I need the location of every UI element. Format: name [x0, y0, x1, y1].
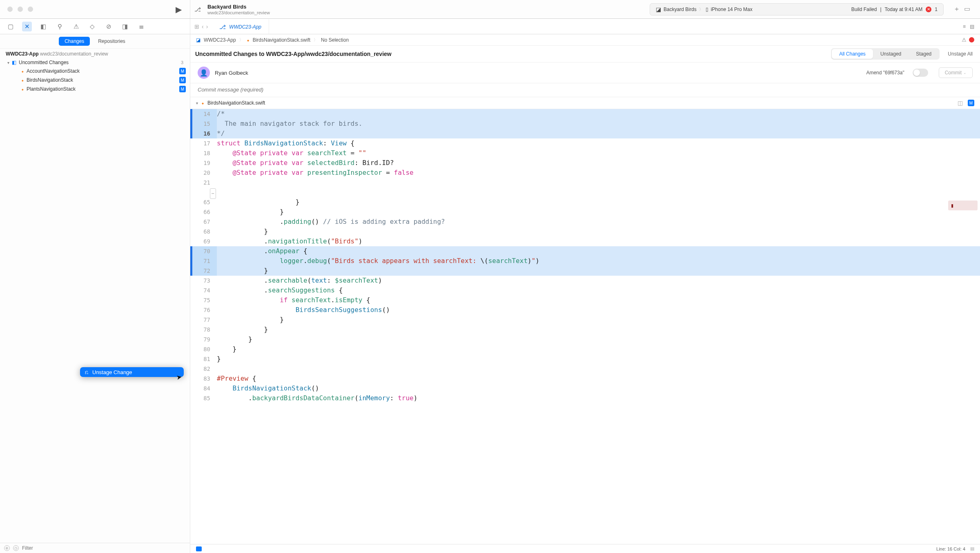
- code-line[interactable]: 77 }: [190, 315, 980, 325]
- editor-tab[interactable]: ⎇ WWDC23-App: [212, 19, 269, 34]
- related-items-icon[interactable]: ⊞: [194, 23, 199, 30]
- find-nav-icon[interactable]: ⚲: [55, 23, 65, 30]
- filter-input[interactable]: [22, 545, 186, 551]
- file-name: BirdsNavigationStack.swift: [207, 100, 265, 106]
- code-line[interactable]: 17struct BirdsNavigationStack: View {: [190, 138, 980, 148]
- code-line[interactable]: 65 }: [190, 197, 980, 207]
- chevron-right-icon: 〉: [699, 7, 703, 12]
- code-line[interactable]: 83#Preview {: [190, 374, 980, 384]
- jumpbar-item-1[interactable]: BirdsNavigationStack.swift: [253, 37, 310, 43]
- warning-icon[interactable]: ⚠: [962, 37, 967, 43]
- activity-view[interactable]: ◪ Backyard Birds 〉 ▯ iPhone 14 Pro Max B…: [650, 3, 944, 16]
- tests-nav-icon[interactable]: ◇: [87, 23, 97, 30]
- outline-icon[interactable]: ▤: [970, 546, 974, 551]
- code-line[interactable]: ⋯: [190, 187, 980, 197]
- changes-filter-segment[interactable]: All Changes Unstaged Staged: [831, 48, 940, 60]
- line-col: Line: 16 Col: 4: [936, 546, 965, 551]
- issues-nav-icon[interactable]: ⚠: [71, 23, 81, 30]
- context-menu[interactable]: ⎌ Unstage Change: [80, 367, 184, 377]
- code-line[interactable]: 70 .onAppear {: [190, 246, 980, 256]
- code-line[interactable]: 72 }: [190, 266, 980, 276]
- code-line[interactable]: 75 if searchText.isEmpty {: [190, 295, 980, 305]
- error-icon[interactable]: [969, 37, 974, 42]
- code-line[interactable]: 80 }: [190, 344, 980, 354]
- bookmark-ribbon[interactable]: ▮: [948, 201, 978, 210]
- code-line[interactable]: 71 logger.debug("Birds stack appears wit…: [190, 256, 980, 266]
- scheme-name[interactable]: Backyard Birds: [664, 7, 697, 12]
- code-line[interactable]: 78 }: [190, 325, 980, 334]
- zoom-window-icon[interactable]: [28, 7, 33, 12]
- code-line[interactable]: 79 }: [190, 334, 980, 344]
- segment-unstaged[interactable]: Unstaged: [873, 49, 909, 59]
- amend-toggle[interactable]: [913, 69, 928, 77]
- commit-message-input[interactable]: [198, 87, 973, 93]
- fold-icon[interactable]: ⋯: [210, 188, 216, 199]
- modified-badge: M: [968, 100, 974, 106]
- segment-staged[interactable]: Staged: [909, 49, 939, 59]
- error-count-badge[interactable]: ✕: [926, 7, 931, 12]
- code-line[interactable]: 76 BirdsSearchSuggestions(): [190, 305, 980, 315]
- breakpoint-nav-icon[interactable]: ◨: [120, 23, 130, 30]
- add-button[interactable]: ＋: [953, 5, 960, 13]
- tab-label: WWDC23-App: [229, 24, 261, 30]
- go-forward-icon[interactable]: ›: [206, 23, 208, 30]
- sidebar-project-name: WWDC23-App: [6, 51, 39, 57]
- code-line[interactable]: 81}: [190, 354, 980, 364]
- bookmark-nav-icon[interactable]: ◧: [38, 23, 48, 30]
- adjust-editor-icon[interactable]: ▤: [970, 24, 974, 29]
- folder-nav-icon[interactable]: ▢: [6, 23, 16, 30]
- disclosure-icon[interactable]: ▾: [7, 60, 9, 65]
- code-line[interactable]: 21: [190, 178, 980, 187]
- sidebar-file-1[interactable]: ⬥ BirdsNavigationStack M: [0, 76, 190, 85]
- code-line[interactable]: 19 @State private var selectedBird: Bird…: [190, 158, 980, 168]
- sidebar-file-0[interactable]: ⬥ AccountNavigationStack M: [0, 67, 190, 76]
- jumpbar-item-0[interactable]: WWDC23-App: [204, 37, 236, 43]
- source-control-nav-icon[interactable]: ✕: [22, 22, 32, 31]
- jump-bar[interactable]: ◪ WWDC23-App 〉 ⬥ BirdsNavigationStack.sw…: [190, 34, 980, 46]
- report-nav-icon[interactable]: ≣: [136, 23, 146, 30]
- split-diff-icon[interactable]: ◫: [958, 100, 963, 106]
- code-line[interactable]: 85 .backyardBirdsDataContainer(inMemory:…: [190, 393, 980, 403]
- device-name[interactable]: iPhone 14 Pro Max: [711, 7, 753, 12]
- disclosure-icon[interactable]: ▾: [196, 101, 198, 105]
- code-line[interactable]: 84 BirdsNavigationStack(): [190, 384, 980, 393]
- go-back-icon[interactable]: ‹: [202, 23, 204, 30]
- project-title: Backyard Birds: [207, 4, 270, 10]
- sidebar-file-2[interactable]: ⬥ PlantsNavigationStack M: [0, 85, 190, 94]
- code-line[interactable]: 67 .padding() // iOS is adding extra pad…: [190, 217, 980, 227]
- commit-title: Uncommitted Changes to WWDC23-App/wwdc23…: [195, 51, 831, 57]
- minimize-window-icon[interactable]: [18, 7, 23, 12]
- debug-nav-icon[interactable]: ⊘: [104, 23, 114, 30]
- run-button[interactable]: ▶: [176, 4, 182, 14]
- swift-app-icon: ⎇: [219, 24, 226, 30]
- code-line[interactable]: 74 .searchSuggestions {: [190, 285, 980, 295]
- code-line[interactable]: 16*/: [190, 129, 980, 138]
- code-line[interactable]: 82: [190, 364, 980, 374]
- sidebar-uncommitted-root[interactable]: ▾ ◧ Uncommitted Changes 3: [0, 58, 190, 67]
- code-line[interactable]: 15 The main navigator stack for birds.: [190, 119, 980, 129]
- code-editor[interactable]: ▮ 14/*15 The main navigator stack for bi…: [190, 109, 980, 544]
- segment-repositories[interactable]: Repositories: [92, 37, 131, 46]
- unstage-all-button[interactable]: Unstage All: [948, 51, 973, 57]
- window-controls[interactable]: [0, 7, 33, 12]
- filter-clock-icon[interactable]: ◷: [13, 545, 19, 551]
- filter-scope-icon[interactable]: ⊕: [4, 545, 10, 551]
- code-line[interactable]: 18 @State private var searchText = "": [190, 148, 980, 158]
- library-button[interactable]: ▭: [964, 5, 970, 13]
- segment-changes[interactable]: Changes: [59, 37, 90, 46]
- code-line[interactable]: 73 .searchable(text: $searchText): [190, 276, 980, 285]
- segment-all-changes[interactable]: All Changes: [832, 49, 873, 59]
- commit-button[interactable]: Commit ⌄: [939, 67, 973, 78]
- code-line[interactable]: 20 @State private var presentingInspecto…: [190, 168, 980, 178]
- close-window-icon[interactable]: [7, 7, 13, 12]
- titlebar: ▶ ⎇ Backyard Birds wwdc23/documentation_…: [0, 0, 980, 19]
- editor-options-icon[interactable]: ≡: [963, 24, 966, 29]
- code-line[interactable]: 14/*: [190, 109, 980, 119]
- unstage-change-item[interactable]: Unstage Change: [92, 369, 182, 375]
- build-time: Today at 9:41 AM: [885, 7, 923, 12]
- code-line[interactable]: 69 .navigationTitle("Birds"): [190, 236, 980, 246]
- bookmark-icon: ▮: [951, 202, 954, 209]
- code-line[interactable]: 68 }: [190, 227, 980, 236]
- code-line[interactable]: 66 }: [190, 207, 980, 217]
- jumpbar-item-2[interactable]: No Selection: [321, 37, 349, 43]
